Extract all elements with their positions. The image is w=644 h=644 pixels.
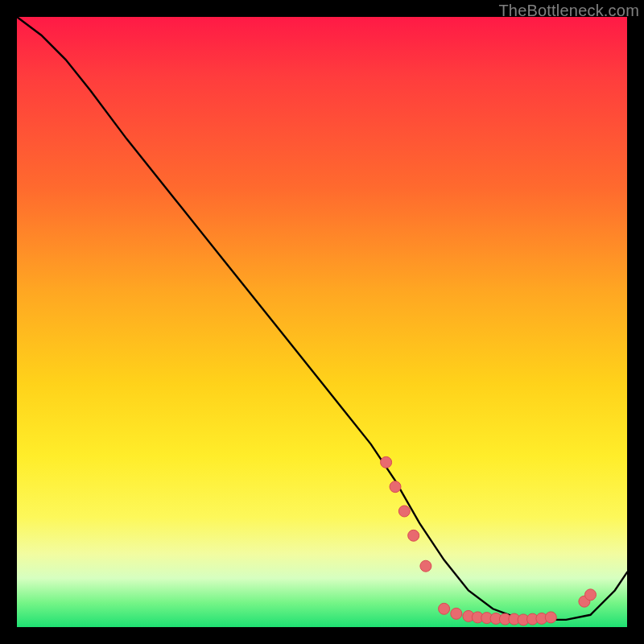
curve-marker xyxy=(585,589,597,601)
curve-marker xyxy=(390,481,401,493)
curve-markers xyxy=(381,456,597,625)
curve-marker xyxy=(398,506,410,517)
chart-svg xyxy=(17,17,627,627)
curve-marker xyxy=(451,608,462,619)
curve-marker xyxy=(381,456,392,468)
curve-marker xyxy=(408,530,419,541)
curve-marker xyxy=(545,612,556,623)
chart-frame: TheBottleneck.com xyxy=(0,0,644,644)
curve-marker xyxy=(439,603,450,614)
curve-line xyxy=(17,17,627,620)
plot-area xyxy=(17,17,627,627)
curve-marker xyxy=(420,560,431,572)
